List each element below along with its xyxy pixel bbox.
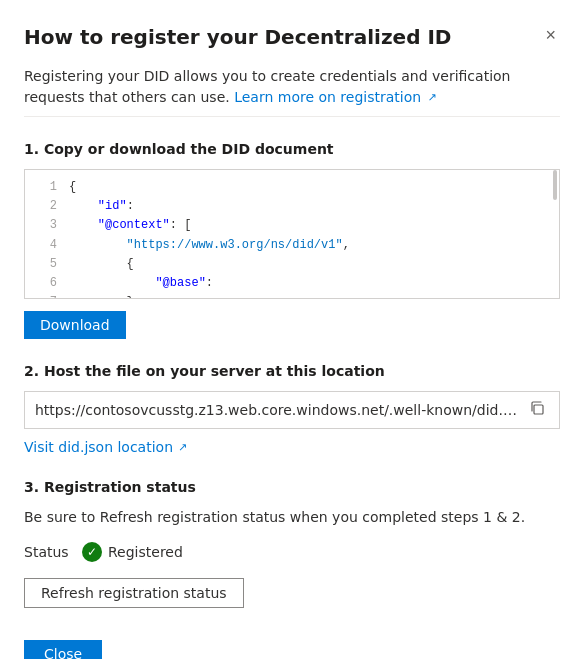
description-text: Registering your DID allows you to creat… <box>24 66 560 108</box>
copy-url-button[interactable] <box>525 398 549 422</box>
url-box: https://contosovcusstg.z13.web.core.wind… <box>24 391 560 429</box>
code-line-3: 3 "@context": [ <box>25 216 559 235</box>
code-line-2: 2 "id": <box>25 197 559 216</box>
code-content-7: } <box>69 293 134 298</box>
close-footer-button[interactable]: Close <box>24 640 102 659</box>
status-description: Be sure to Refresh registration status w… <box>24 507 560 528</box>
code-content-6: "@base": <box>69 274 213 293</box>
visit-did-link[interactable]: Visit did.json location ↗ <box>24 439 187 455</box>
did-document-code-block: 1 { 2 "id": 3 "@context": [ 4 "https://w… <box>24 169 560 299</box>
section-registration-status: 3. Registration status Be sure to Refres… <box>24 479 560 608</box>
url-text: https://contosovcusstg.z13.web.core.wind… <box>35 402 517 418</box>
section3-title: 3. Registration status <box>24 479 560 495</box>
divider-1 <box>24 116 560 117</box>
code-content-2: "id": <box>69 197 134 216</box>
code-line-5: 5 { <box>25 255 559 274</box>
code-line-4: 4 "https://www.w3.org/ns/did/v1", <box>25 236 559 255</box>
modal-container: How to register your Decentralized ID × … <box>0 0 584 659</box>
status-label: Status <box>24 544 74 560</box>
line-num-2: 2 <box>33 197 57 216</box>
refresh-registration-button[interactable]: Refresh registration status <box>24 578 244 608</box>
code-content-4: "https://www.w3.org/ns/did/v1", <box>69 236 350 255</box>
modal-footer: Close <box>24 632 560 659</box>
download-button[interactable]: Download <box>24 311 126 339</box>
section-host-file: 2. Host the file on your server at this … <box>24 363 560 455</box>
svg-rect-0 <box>534 405 543 414</box>
external-link-icon: ↗ <box>428 91 437 104</box>
registered-check-icon <box>82 542 102 562</box>
modal-header: How to register your Decentralized ID × <box>24 24 560 50</box>
code-content-5: { <box>69 255 134 274</box>
code-line-1: 1 { <box>25 178 559 197</box>
section1-title: 1. Copy or download the DID document <box>24 141 560 157</box>
status-row: Status Registered <box>24 542 560 562</box>
learn-more-link[interactable]: Learn more on registration ↗ <box>234 89 437 105</box>
code-inner: 1 { 2 "id": 3 "@context": [ 4 "https://w… <box>25 170 559 298</box>
section2-title: 2. Host the file on your server at this … <box>24 363 560 379</box>
section-copy-download: 1. Copy or download the DID document 1 {… <box>24 141 560 339</box>
line-num-3: 3 <box>33 216 57 235</box>
code-content-3: "@context": [ <box>69 216 191 235</box>
line-num-4: 4 <box>33 236 57 255</box>
code-line-7: 7 } <box>25 293 559 298</box>
line-num-5: 5 <box>33 255 57 274</box>
status-text: Registered <box>108 544 183 560</box>
line-num-7: 7 <box>33 293 57 298</box>
line-num-1: 1 <box>33 178 57 197</box>
code-line-6: 6 "@base": <box>25 274 559 293</box>
close-icon-button[interactable]: × <box>541 24 560 46</box>
line-num-6: 6 <box>33 274 57 293</box>
copy-icon <box>529 400 545 416</box>
scrollbar <box>553 170 557 298</box>
code-content-1: { <box>69 178 76 197</box>
scrollbar-thumb <box>553 170 557 200</box>
external-link-icon-2: ↗ <box>178 441 187 454</box>
modal-title: How to register your Decentralized ID <box>24 24 451 50</box>
status-value: Registered <box>82 542 183 562</box>
